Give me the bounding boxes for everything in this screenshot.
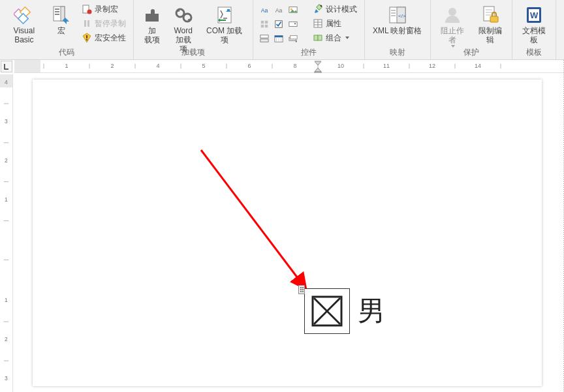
legacy-tools-control[interactable] <box>286 31 300 46</box>
document-page[interactable]: 男 <box>33 80 542 386</box>
ribbon-group-addins-footer: 加载项 <box>138 46 249 61</box>
svg-text:10: 10 <box>337 63 344 70</box>
svg-rect-28 <box>260 35 268 38</box>
svg-rect-55 <box>490 16 498 22</box>
ribbon-group-controls-footer: 控件 <box>257 46 360 61</box>
svg-text:4: 4 <box>156 63 159 70</box>
pause-recording-label: 暂停录制 <box>95 18 126 29</box>
document-template-icon: W <box>524 5 544 25</box>
svg-text:6: 6 <box>247 63 251 70</box>
restrict-editing-icon <box>480 5 501 25</box>
record-macro-icon <box>82 4 92 14</box>
svg-marker-82 <box>315 61 321 65</box>
rich-text-control[interactable]: Aa <box>257 3 272 17</box>
block-authors-button[interactable]: 阻止作者 <box>435 3 470 46</box>
svg-rect-5 <box>55 8 59 10</box>
com-addins-button[interactable]: COM 加载项 <box>200 3 249 46</box>
control-options-column: 设计模式 属性 组合 <box>309 3 360 44</box>
pause-recording-button: 暂停录制 <box>78 17 129 30</box>
visual-basic-button[interactable]: Visual Basic <box>4 3 44 46</box>
svg-point-21 <box>290 8 292 10</box>
svg-rect-6 <box>55 11 59 12</box>
design-mode-icon <box>313 4 323 14</box>
svg-rect-10 <box>84 20 86 27</box>
svg-text:14: 14 <box>475 63 481 70</box>
ribbon-group-protect: 阻止作者 限制编辑 保护 <box>431 0 512 59</box>
block-authors-label: 阻止作者 <box>438 27 467 45</box>
svg-rect-12 <box>86 35 87 38</box>
vertical-ruler[interactable]: 4 3 2 1 1 2 3 <box>0 74 13 392</box>
macro-security-icon <box>82 33 92 43</box>
svg-rect-43 <box>318 35 322 40</box>
tab-selector[interactable] <box>1 61 12 72</box>
restrict-editing-label: 限制编辑 <box>476 27 505 45</box>
word-addins-icon <box>173 5 194 25</box>
svg-rect-86 <box>0 87 12 282</box>
checkbox-glyph-icon <box>311 295 343 327</box>
page-content: 男 <box>33 80 542 386</box>
svg-text:4: 4 <box>5 79 8 85</box>
macro-options-column: 录制宏 暂停录制 宏安全性 <box>78 3 129 44</box>
checkbox-control[interactable] <box>272 17 286 31</box>
svg-text:1: 1 <box>65 63 68 70</box>
ribbon-group-code-footer: 代码 <box>4 46 129 61</box>
checkbox-box[interactable] <box>304 288 350 334</box>
ribbon-group-code: Visual Basic 宏 录制宏 <box>0 0 134 59</box>
restrict-editing-button[interactable]: 限制编辑 <box>473 3 508 46</box>
properties-label: 属性 <box>326 18 341 29</box>
properties-icon <box>313 18 323 29</box>
svg-rect-13 <box>86 39 87 40</box>
svg-rect-24 <box>260 25 263 27</box>
xml-mapping-button[interactable]: </> XML 映射窗格 <box>369 3 426 46</box>
dropdown-list-control[interactable] <box>257 31 272 46</box>
svg-rect-22 <box>260 21 263 23</box>
document-template-button[interactable]: W 文档模板 <box>516 3 552 46</box>
svg-line-102 <box>201 150 306 288</box>
svg-rect-59 <box>14 60 40 72</box>
horizontal-ruler[interactable]: 12456810111214 <box>14 60 564 73</box>
svg-text:Aa: Aa <box>260 7 268 14</box>
svg-text:</>: </> <box>398 13 406 19</box>
ribbon-group-mapping-footer: 映射 <box>369 46 426 61</box>
svg-text:11: 11 <box>383 63 390 70</box>
addins-icon <box>142 5 163 25</box>
ribbon: Visual Basic 宏 录制宏 <box>0 0 564 60</box>
indent-marker[interactable] <box>313 60 322 73</box>
macros-button[interactable]: 宏 <box>47 3 76 46</box>
design-mode-button[interactable]: 设计模式 <box>309 3 360 16</box>
word-addins-button[interactable]: Word 加载项 <box>169 3 198 46</box>
group-label: 组合 <box>326 33 341 44</box>
macro-security-label: 宏安全性 <box>95 33 126 44</box>
form-checkbox-control[interactable]: 男 <box>304 288 385 334</box>
svg-text:W: W <box>530 10 539 20</box>
record-macro-label: 录制宏 <box>95 4 118 15</box>
plain-text-control[interactable]: Aa <box>272 3 286 17</box>
date-picker-control[interactable] <box>272 31 286 46</box>
picture-control[interactable] <box>286 3 300 17</box>
addins-button[interactable]: 加 载项 <box>138 3 166 46</box>
design-mode-label: 设计模式 <box>326 4 357 15</box>
macro-security-button[interactable]: 宏安全性 <box>78 31 129 44</box>
properties-button[interactable]: 属性 <box>309 17 360 30</box>
tab-stop-icon <box>3 63 10 70</box>
macros-icon <box>51 5 72 25</box>
addins-label: 加 载项 <box>144 27 160 45</box>
svg-text:1: 1 <box>5 196 8 202</box>
record-macro-button[interactable]: 录制宏 <box>78 3 129 16</box>
control-handle[interactable] <box>298 285 305 294</box>
svg-rect-25 <box>265 25 268 27</box>
svg-text:2: 2 <box>5 336 8 342</box>
svg-point-9 <box>87 10 91 14</box>
svg-rect-23 <box>265 21 268 23</box>
group-button[interactable]: 组合 <box>309 31 360 44</box>
visual-basic-label: Visual Basic <box>7 27 41 45</box>
svg-rect-29 <box>260 39 268 42</box>
visual-basic-icon <box>14 5 35 25</box>
macros-label: 宏 <box>57 27 65 36</box>
building-block-control[interactable] <box>257 17 272 31</box>
ribbon-group-template-footer: 模板 <box>516 46 552 61</box>
svg-point-50 <box>448 8 456 16</box>
svg-text:1: 1 <box>5 297 8 303</box>
pause-recording-icon <box>82 18 92 29</box>
combo-box-control[interactable] <box>286 17 300 31</box>
